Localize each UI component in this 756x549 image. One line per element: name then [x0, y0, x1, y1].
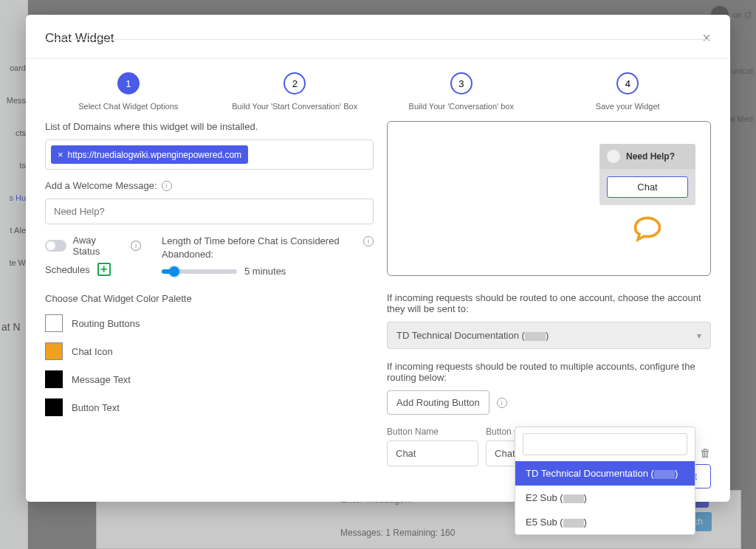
abandon-label: Length of Time before Chat is Considered…	[162, 235, 359, 261]
away-status-toggle[interactable]	[45, 240, 66, 252]
single-routing-label: If incoming requests should be routed to…	[387, 292, 711, 314]
domains-label: List of Domains where this widget will b…	[45, 121, 374, 132]
step-1[interactable]: 1 Select Chat Widget Options	[45, 72, 212, 111]
domain-chip-text: https://truedialogwiki.wpenginepowered.c…	[68, 150, 241, 160]
dropdown-search-input[interactable]	[523, 433, 687, 455]
info-icon[interactable]: i	[131, 241, 141, 251]
col-header: Button Name	[387, 427, 478, 437]
palette-label: Chat Icon	[72, 346, 113, 357]
button-name-input[interactable]	[387, 441, 478, 466]
palette-section: Choose Chat Widget Color Palette Routing…	[45, 293, 374, 416]
add-routing-button[interactable]: Add Routing Button	[387, 390, 489, 415]
slider-track[interactable]	[162, 269, 237, 274]
info-icon[interactable]: i	[162, 181, 172, 191]
step-2[interactable]: 2 Build Your 'Start Conversation' Box	[212, 72, 379, 111]
preview-title: Need Help?	[626, 151, 675, 162]
preview-chat-button: Chat	[607, 176, 688, 198]
palette-label: Message Text	[72, 374, 131, 385]
domains-input[interactable]: × https://truedialogwiki.wpenginepowered…	[45, 139, 374, 170]
left-column: List of Domains where this widget will b…	[45, 121, 374, 466]
abandon-slider[interactable]: 5 minutes	[162, 266, 374, 277]
preview-header: Need Help?	[599, 144, 695, 169]
welcome-label: Add a Welcome Message: i	[45, 180, 374, 191]
modal-body: List of Domains where this widget will b…	[26, 111, 730, 477]
color-swatch[interactable]	[45, 398, 63, 416]
single-routing-select[interactable]: TD Technical Documentation () ▾	[387, 322, 711, 349]
widget-preview: Need Help? Chat	[387, 121, 711, 276]
step-4[interactable]: 4 Save your Widget	[545, 72, 712, 111]
dropdown-option[interactable]: E2 Sub ()	[515, 486, 695, 510]
multi-routing-label: If incoming requests should be routed to…	[387, 361, 711, 383]
avatar-icon	[607, 150, 620, 163]
palette-label: Button Text	[72, 402, 120, 413]
stepper-line	[45, 39, 711, 40]
schedules-label: Schedules	[45, 264, 90, 275]
schedules-row: Schedules +	[45, 263, 141, 276]
domain-chip[interactable]: × https://truedialogwiki.wpenginepowered…	[51, 145, 248, 164]
modal-header: Chat Widget ×	[26, 15, 730, 59]
color-swatch[interactable]	[45, 370, 63, 388]
right-column: Need Help? Chat If incoming requests sho…	[387, 121, 711, 466]
step-label: Build Your 'Start Conversation' Box	[232, 102, 357, 111]
blurred-text	[525, 332, 546, 341]
button-name-col: Button Name	[387, 427, 478, 466]
step-3[interactable]: 3 Build Your 'Conversation' box	[378, 72, 545, 111]
palette-message-text[interactable]: Message Text	[45, 370, 374, 388]
step-label: Select Chat Widget Options	[78, 102, 178, 111]
info-icon[interactable]: i	[363, 236, 374, 246]
step-label: Save your Widget	[596, 102, 660, 111]
dropdown-option[interactable]: TD Technical Documentation ()	[515, 461, 695, 486]
step-circle: 2	[284, 72, 306, 94]
palette-routing-buttons[interactable]: Routing Buttons	[45, 314, 374, 332]
away-status-label: Away Status	[72, 235, 125, 257]
palette-button-text[interactable]: Button Text	[45, 398, 374, 416]
step-circle: 3	[450, 72, 472, 94]
close-icon[interactable]: ×	[702, 30, 711, 46]
palette-label: Routing Buttons	[72, 318, 140, 329]
destination-dropdown-panel[interactable]: TD Technical Documentation () E2 Sub () …	[515, 427, 695, 535]
slider-thumb[interactable]	[169, 266, 179, 277]
color-swatch[interactable]	[45, 342, 63, 360]
step-circle: 1	[117, 72, 140, 94]
welcome-input[interactable]	[45, 198, 374, 224]
chat-bubble-icon	[631, 213, 664, 245]
step-label: Build Your 'Conversation' box	[409, 102, 514, 111]
palette-chat-icon[interactable]: Chat Icon	[45, 342, 374, 360]
step-circle: 4	[616, 72, 639, 94]
delete-row-icon[interactable]: 🗑	[700, 446, 711, 466]
preview-body: Chat	[599, 169, 695, 205]
stepper: 1 Select Chat Widget Options 2 Build You…	[26, 59, 730, 111]
select-value: TD Technical Documentation (	[396, 330, 525, 341]
info-icon[interactable]: i	[497, 398, 507, 408]
calendar-add-icon[interactable]: +	[97, 263, 111, 276]
chip-remove-icon[interactable]: ×	[58, 149, 63, 160]
dropdown-option[interactable]: E5 Sub ()	[515, 510, 695, 534]
chevron-down-icon: ▾	[697, 331, 701, 341]
palette-heading: Choose Chat Widget Color Palette	[45, 293, 374, 304]
slider-value: 5 minutes	[244, 266, 286, 277]
color-swatch[interactable]	[45, 314, 63, 332]
away-row: Away Status i Schedules + Length of Time…	[45, 235, 374, 277]
modal-title: Chat Widget	[45, 31, 114, 46]
